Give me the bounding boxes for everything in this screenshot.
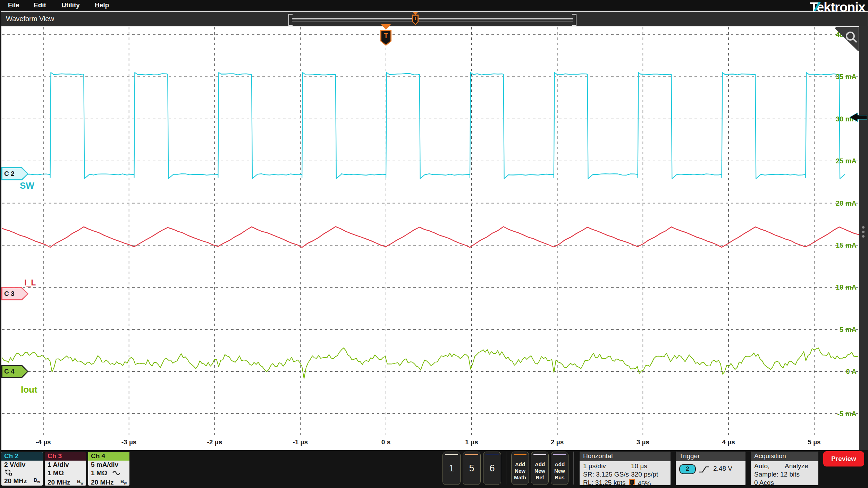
x-tick-label: 4 µs (722, 438, 735, 446)
trigger-panel[interactable]: Trigger 2 2.48 V (676, 452, 745, 485)
probe-icon (4, 469, 13, 476)
add-new-bus-button[interactable]: AddNewBus (551, 452, 568, 485)
waveform-graticule (1, 26, 859, 450)
display-button-1[interactable]: 1 (443, 452, 461, 485)
wave-label-sw: SW (20, 180, 34, 191)
bandwidth-limit-badge: Bw (34, 476, 40, 486)
y-tick-label: 15 mA (832, 241, 857, 249)
acquisition-panel-title: Acquisition (751, 452, 818, 461)
trigger-level-value: 2.48 V (713, 464, 732, 473)
acquisition-panel[interactable]: Acquisition Auto, Analyze Sample: 12 bit… (751, 452, 818, 485)
view-tab-strip: Waveform View T (1, 11, 868, 27)
menu-edit[interactable]: Edit (34, 1, 46, 9)
horizontal-panel[interactable]: Horizontal 1 µs/div10 µs SR: 3.125 GS/s3… (580, 452, 671, 485)
right-scroll-strip (859, 26, 868, 450)
oscilloscope-app: File Edit Utility Help Tektronix Wavefor… (0, 0, 868, 488)
channel-tag-c2[interactable]: C 2 (1, 167, 28, 180)
x-tick-label: -3 µs (121, 438, 137, 446)
divider (573, 452, 574, 485)
x-tick-label: -1 µs (293, 438, 308, 446)
add-new-ref-button[interactable]: AddNewRef (531, 452, 549, 485)
bottom-control-bar: Ch 2 2 V/div 20 MHz Bw Ch 3 1 A/div 1 MΩ… (0, 450, 868, 488)
bandwidth-limit-badge: Bw (120, 477, 127, 486)
rising-edge-icon (699, 465, 710, 474)
ac-coupling-icon (112, 470, 121, 477)
x-tick-label: 1 µs (465, 438, 478, 446)
menu-file[interactable]: File (8, 1, 19, 9)
trigger-level-arrow-icon[interactable] (850, 112, 868, 124)
menu-bar: File Edit Utility Help Tektronix (0, 0, 868, 10)
bandwidth-limit-badge: Bw (77, 477, 83, 486)
y-tick-label: 5 mA (832, 325, 857, 333)
channel-tag-c3[interactable]: C 3 (1, 287, 28, 300)
wave-label-il: I_L (24, 278, 36, 288)
y-tick-label: 25 mA (832, 157, 857, 165)
record-trigger-flag-icon[interactable]: T (412, 15, 419, 25)
tab-waveform-view[interactable]: Waveform View (6, 15, 54, 23)
scrollbar-handle[interactable] (862, 224, 865, 240)
trigger-flag-mini-icon: T (629, 479, 636, 485)
menu-utility[interactable]: Utility (61, 1, 80, 9)
trigger-panel-title: Trigger (676, 452, 745, 461)
trigger-source-badge: 2 (679, 464, 696, 474)
channel-badge-ch4[interactable]: Ch 4 5 mA/div 1 MΩ 20 MHz Bw (88, 452, 129, 486)
horizontal-panel-title: Horizontal (580, 452, 671, 461)
x-tick-label: 5 µs (808, 438, 820, 446)
record-trigger-pointer-icon (413, 12, 418, 15)
x-tick-label: 0 s (381, 438, 390, 446)
display-button-6[interactable]: 6 (483, 452, 501, 485)
display-button-5[interactable]: 5 (463, 452, 481, 485)
y-tick-label: 10 mA (832, 283, 857, 291)
record-line (292, 18, 573, 19)
add-new-math-button[interactable]: AddNewMath (511, 452, 529, 485)
menu-help[interactable]: Help (95, 1, 109, 9)
divider (506, 452, 506, 485)
record-view-bar[interactable]: T (288, 12, 576, 26)
x-tick-label: 2 µs (551, 438, 564, 446)
x-tick-label: -4 µs (36, 438, 51, 446)
trigger-position-pointer-icon (381, 24, 391, 30)
graticule-zoom-icon[interactable] (834, 27, 859, 51)
channel-tag-c4[interactable]: C 4 (1, 365, 28, 378)
y-tick-label: -5 mA (832, 410, 857, 418)
y-tick-label: 35 mA (832, 73, 857, 81)
channel-badge-ch2[interactable]: Ch 2 2 V/div 20 MHz Bw (1, 452, 43, 486)
y-tick-label: 20 mA (832, 199, 857, 207)
y-tick-label: 0 A (832, 368, 857, 376)
preview-button[interactable]: Preview (823, 451, 864, 466)
x-tick-label: 3 µs (637, 438, 649, 446)
wave-label-iout: Iout (21, 384, 37, 395)
x-tick-label: -2 µs (207, 438, 222, 446)
channel-badge-ch3[interactable]: Ch 3 1 A/div 1 MΩ 20 MHz Bw (45, 452, 86, 486)
